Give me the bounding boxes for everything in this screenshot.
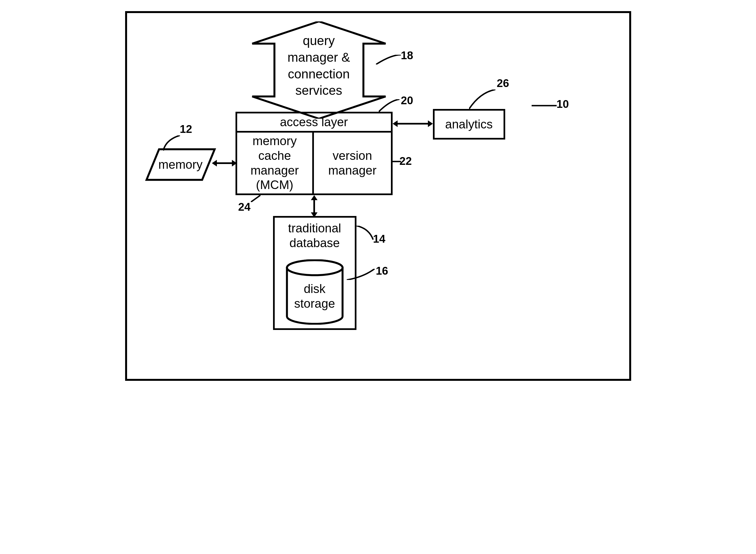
label-24: 24 — [238, 201, 251, 213]
traditional-database-box: traditional database disk storage — [273, 216, 357, 330]
diagram-frame: query manager & connection services acce… — [125, 11, 631, 381]
leader-10 — [532, 104, 557, 107]
analytics-box: analytics — [433, 109, 505, 140]
label-22: 22 — [399, 155, 412, 167]
access-group: access layer memory cache manager (MCM) … — [235, 112, 393, 195]
leader-26 — [469, 90, 495, 109]
version-manager-text: version manager — [328, 149, 376, 178]
leader-24 — [251, 195, 261, 202]
memory-text: memory — [159, 157, 203, 172]
leader-12 — [163, 135, 185, 151]
svg-marker-12 — [311, 212, 318, 217]
query-manager-label: query manager & connection services — [247, 33, 391, 99]
analytics-text: analytics — [445, 117, 493, 132]
access-layer-box: access layer — [235, 112, 393, 132]
leader-16 — [347, 269, 376, 280]
traditional-database-text: traditional database — [275, 221, 355, 251]
label-12: 12 — [180, 123, 193, 135]
mcm-text: memory cache manager (MCM) — [251, 134, 299, 192]
svg-marker-8 — [393, 120, 397, 127]
label-18: 18 — [401, 49, 414, 62]
svg-marker-6 — [232, 160, 237, 167]
access-layer-text: access layer — [280, 115, 348, 129]
disk-storage-text: disk storage — [275, 282, 355, 311]
arrow-mcm-db — [309, 195, 320, 217]
svg-marker-5 — [212, 160, 217, 167]
svg-point-3 — [287, 260, 342, 275]
svg-marker-9 — [428, 120, 433, 127]
memory-shape: memory — [145, 148, 216, 181]
leader-20 — [379, 99, 399, 112]
leader-22 — [393, 160, 401, 163]
version-manager-box: version manager — [314, 132, 393, 195]
leader-18 — [376, 55, 401, 64]
label-16: 16 — [376, 265, 388, 277]
mcm-box: memory cache manager (MCM) — [235, 132, 314, 195]
label-26: 26 — [497, 77, 509, 90]
leader-14 — [357, 226, 376, 241]
arrow-access-analytics — [393, 118, 433, 129]
arrow-memory-mcm — [212, 158, 237, 169]
svg-marker-11 — [311, 195, 318, 200]
label-10: 10 — [557, 98, 569, 110]
svg-line-15 — [251, 195, 261, 202]
label-20: 20 — [401, 94, 414, 107]
